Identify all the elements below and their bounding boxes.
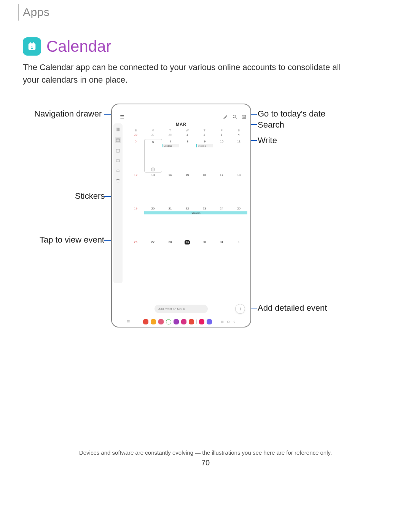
day-cell[interactable]: 17 (213, 173, 230, 206)
sticker-icon[interactable] (151, 168, 155, 171)
calendar-toolbar: 29 (123, 113, 247, 120)
dock-app-2[interactable] (151, 319, 156, 324)
day-cell[interactable]: 11 (230, 139, 247, 173)
day-cell[interactable]: 1 (178, 132, 196, 139)
day-cell[interactable]: 30 (196, 240, 213, 273)
add-event-fab[interactable]: + (235, 304, 245, 314)
recents-icon[interactable] (220, 320, 224, 324)
day-cell[interactable]: 31 (213, 240, 230, 273)
quick-add-input[interactable]: Add event on Mar 6 (155, 305, 208, 313)
home-icon[interactable] (226, 320, 230, 324)
svg-point-19 (129, 323, 130, 323)
dock-app-4[interactable] (166, 319, 171, 324)
plus-icon: + (239, 306, 242, 312)
svg-point-17 (127, 323, 128, 323)
day-cell[interactable]: 1 (230, 240, 247, 273)
day-cell[interactable]: 6 (144, 139, 162, 173)
day-cell[interactable]: 27 (144, 132, 161, 139)
dh-thu: T (196, 129, 213, 132)
reminder-icon[interactable] (116, 168, 120, 173)
intro-text: The Calendar app can be connected to you… (23, 61, 354, 86)
day-cell[interactable]: 4 (230, 132, 247, 139)
back-icon[interactable] (233, 320, 236, 324)
apps-grid-icon[interactable] (126, 320, 131, 324)
day-view-icon[interactable] (116, 158, 120, 163)
section-header: Apps (18, 4, 49, 21)
dock-app-6[interactable] (181, 319, 186, 324)
svg-rect-9 (116, 149, 120, 152)
svg-point-4 (233, 115, 236, 118)
svg-rect-2 (33, 42, 34, 44)
svg-point-14 (127, 321, 128, 322)
day-cell[interactable]: 10 (213, 139, 230, 173)
month-view-icon[interactable] (115, 137, 121, 143)
calendar-app-icon: 1 (23, 37, 41, 56)
vacation-event[interactable]: Vacation (144, 211, 247, 214)
taskbar (112, 319, 250, 324)
svg-point-11 (127, 320, 128, 321)
callout-stickers: Stickers (75, 191, 105, 201)
day-cell[interactable]: 16 (196, 173, 213, 206)
day-cell[interactable]: 14 (161, 173, 178, 206)
day-cell[interactable]: 3 (213, 132, 230, 139)
year-view-icon[interactable] (116, 127, 120, 132)
write-icon[interactable] (223, 114, 228, 120)
week-row: 2627282930311 (127, 240, 247, 273)
today-icon[interactable]: 29 (241, 114, 247, 120)
week-row: 2627281234 (127, 132, 247, 139)
week-row: 19202122232425Vacation (127, 206, 247, 240)
dock-app-3[interactable] (158, 319, 164, 324)
calendar-sidebar (113, 123, 123, 283)
svg-rect-10 (116, 160, 120, 162)
calendar-grid: S M T W T F S 2627281234567Meeting89Meet… (127, 129, 247, 273)
event-pill[interactable]: Meeting (196, 144, 213, 147)
quick-add-placeholder: Add event on Mar 6 (158, 307, 185, 311)
callout-write: Write (258, 136, 277, 145)
dock-app-9[interactable] (207, 319, 212, 324)
day-cell[interactable]: 7Meeting (162, 139, 179, 173)
week-view-icon[interactable] (116, 149, 120, 153)
dh-fri: F (213, 129, 230, 132)
day-cell[interactable]: 15 (178, 173, 196, 206)
svg-point-13 (129, 320, 130, 321)
callout-today: Go to today's date (258, 109, 325, 119)
day-cell[interactable]: 18 (230, 173, 247, 206)
day-cell[interactable]: 29 (178, 240, 196, 273)
day-cell[interactable]: 28 (161, 240, 178, 273)
dock-separator (196, 320, 197, 324)
svg-point-18 (128, 323, 129, 323)
svg-rect-20 (227, 321, 229, 323)
day-cell[interactable]: 13 (144, 173, 161, 206)
dock-app-7[interactable] (189, 319, 194, 324)
calendar-diagram: Navigation drawer Stickers Tap to view e… (23, 99, 358, 343)
dh-sun: S (127, 129, 144, 132)
hamburger-icon[interactable] (119, 114, 125, 120)
day-cell[interactable]: 2 (196, 132, 213, 139)
device-frame: 29 MAR S M T W T F S 2627281234567Meetin… (111, 104, 251, 328)
dock-app-8[interactable] (199, 319, 204, 324)
day-cell[interactable]: 8 (179, 139, 196, 173)
svg-text:1: 1 (31, 45, 33, 50)
callout-tap-event: Tap to view event (40, 235, 104, 245)
month-label: MAR (112, 122, 250, 126)
dock-app-1[interactable] (143, 319, 148, 324)
trash-icon[interactable] (116, 178, 120, 183)
svg-point-16 (129, 321, 130, 322)
header-rule (18, 4, 19, 21)
day-cell[interactable]: 28 (161, 132, 178, 139)
day-cell[interactable]: 26 (127, 132, 144, 139)
dock-app-5[interactable] (174, 319, 179, 324)
day-cell[interactable]: 19 (127, 206, 144, 240)
footer-disclaimer: Devices and software are constantly evol… (0, 449, 411, 456)
day-cell[interactable]: 5 (127, 139, 144, 173)
search-icon[interactable] (232, 114, 237, 120)
event-pill[interactable]: Meeting (162, 144, 179, 147)
page-number: 70 (0, 459, 411, 467)
callout-add-detailed: Add detailed event (258, 303, 327, 313)
day-cell[interactable]: 12 (127, 173, 144, 206)
page-title: Calendar (46, 37, 111, 56)
day-cell[interactable]: 27 (144, 240, 161, 273)
day-cell[interactable]: 9Meeting (196, 139, 213, 173)
callout-search: Search (258, 120, 284, 130)
day-cell[interactable]: 26 (127, 240, 144, 273)
